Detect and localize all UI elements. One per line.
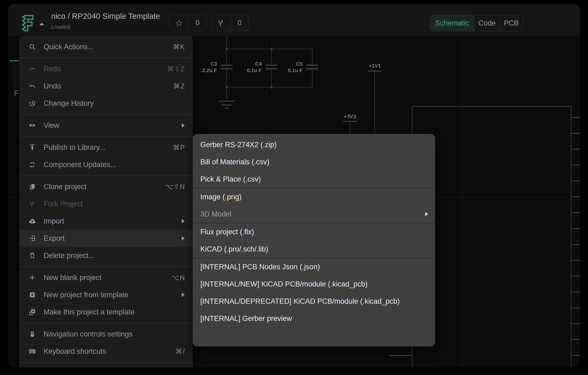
export-option-label: KiCAD (.pro/.sch/.lib) xyxy=(200,245,268,253)
fork-icon xyxy=(29,200,36,208)
menu-item-change-history[interactable]: Change History xyxy=(19,95,193,112)
left-panel-active-tab-underline xyxy=(10,60,19,61)
menu-divider xyxy=(19,175,193,176)
export-option-internal-gerber-preview[interactable]: [INTERNAL] Gerber preview xyxy=(193,310,435,327)
mouse-icon xyxy=(29,330,36,338)
menu-item-label: Import xyxy=(44,217,64,225)
component-pin[interactable] xyxy=(571,244,580,245)
submenu-arrow-icon xyxy=(182,236,185,240)
component-pin[interactable] xyxy=(571,355,580,356)
menu-item-component-updates[interactable]: Component Updates... xyxy=(19,156,193,173)
menu-divider xyxy=(19,362,193,363)
star-icon: ☆ xyxy=(175,17,183,28)
component-pin[interactable] xyxy=(571,196,580,197)
component-pin[interactable] xyxy=(571,339,580,340)
component-pin[interactable] xyxy=(571,276,580,277)
component-pin[interactable] xyxy=(571,165,580,165)
fork-button-group: 0 xyxy=(211,15,248,31)
menu-item-publish-to-library[interactable]: Publish to Library...⌘P xyxy=(19,139,193,156)
publish-icon xyxy=(29,144,36,151)
wire[interactable] xyxy=(226,87,313,87)
project-status: Loaded xyxy=(51,24,70,30)
component-pin[interactable] xyxy=(571,228,580,229)
export-option-image-png[interactable]: Image (.png) xyxy=(193,188,435,206)
import-icon xyxy=(29,217,36,225)
export-option-3d-model: 3D Model xyxy=(193,206,435,223)
component-pin[interactable] xyxy=(571,323,580,324)
export-option-gerber-rs-274x2-zip[interactable]: Gerber RS-274X2 (.zip) xyxy=(193,136,435,153)
flux-logo-menu-button[interactable] xyxy=(19,13,45,33)
export-option-internal-pcb-nodes-json-json[interactable]: [INTERNAL] PCB Nodes Json (.json) xyxy=(193,258,435,275)
menu-divider xyxy=(19,58,193,58)
component-pin[interactable] xyxy=(571,133,580,134)
redo-icon xyxy=(29,65,36,73)
component-pin[interactable] xyxy=(389,355,412,356)
menu-item-export[interactable]: Export xyxy=(19,230,193,247)
export-option-internal-deprecated-kicad-pcb-module-kicad-pcb[interactable]: [INTERNAL/DEPRECATED] KiCAD PCB/module (… xyxy=(193,293,435,310)
component-pin[interactable] xyxy=(571,212,580,213)
menu-item-delete-project[interactable]: Delete project... xyxy=(19,247,193,264)
component-pin[interactable] xyxy=(571,292,580,292)
menu-item-shortcut: ⌘⇧Z xyxy=(167,65,185,73)
tab-schematic[interactable]: Schematic xyxy=(430,15,474,31)
star-button-group: ☆ 0 xyxy=(169,15,206,31)
view-mode-tabs: Schematic Code PCB xyxy=(430,15,523,31)
left-panel-item xyxy=(13,65,20,88)
menu-item-view[interactable]: View xyxy=(19,117,193,134)
menu-item-label: Clone project xyxy=(44,183,86,191)
export-option-flux-project-flx[interactable]: Flux project (.flx) xyxy=(193,223,435,240)
menu-item-shortcut: ⌘P xyxy=(173,144,185,151)
menu-item-keyboard-shortcuts[interactable]: Keyboard shortcuts⌘/ xyxy=(19,343,193,360)
export-option-label: Bill of Materials (.csv) xyxy=(200,158,270,166)
export-option-bill-of-materials-csv[interactable]: Bill of Materials (.csv) xyxy=(193,153,435,171)
component-ref: C5 xyxy=(270,61,303,67)
tab-pcb[interactable]: PCB xyxy=(500,15,523,31)
export-option-kicad-pro-sch-lib[interactable]: KiCAD (.pro/.sch/.lib) xyxy=(193,240,435,258)
app-window: nico / RP2040 Simple Template Loaded ☆ 0… xyxy=(8,4,580,367)
menu-item-redo: Redo⌘⇧Z xyxy=(19,60,193,77)
export-option-label: 3D Model xyxy=(200,210,232,218)
menu-item-label: Publish to Library... xyxy=(44,143,105,152)
menu-divider xyxy=(19,266,193,267)
export-option-label: [INTERNAL] Gerber preview xyxy=(200,314,292,323)
star-button[interactable]: ☆ xyxy=(170,15,188,31)
menu-item-label: Make this project a template xyxy=(44,308,135,316)
tab-code[interactable]: Code xyxy=(474,15,500,31)
menu-item-undo[interactable]: Undo⌘Z xyxy=(19,77,193,95)
component-pin[interactable] xyxy=(571,181,580,181)
left-panel-partial-label: F xyxy=(14,89,19,97)
menu-item-label: Fork Project xyxy=(44,200,83,208)
menu-item-new-project-from-template[interactable]: New project from template xyxy=(19,286,193,303)
menu-item-shortcut: ⌘/ xyxy=(176,348,185,355)
top-bar: nico / RP2040 Simple Template Loaded ☆ 0… xyxy=(8,4,580,36)
component-pin[interactable] xyxy=(571,307,580,308)
wire[interactable] xyxy=(226,49,313,49)
component-pin[interactable] xyxy=(571,149,580,150)
project-title[interactable]: nico / RP2040 Simple Template xyxy=(51,12,160,21)
component-pin[interactable] xyxy=(571,260,580,261)
submenu-arrow-icon xyxy=(182,219,185,223)
template-icon xyxy=(29,308,36,316)
menu-item-import[interactable]: Import xyxy=(19,213,193,230)
wire[interactable] xyxy=(226,36,227,49)
component-outline[interactable] xyxy=(412,106,571,367)
export-option-pick-place-csv[interactable]: Pick & Place (.csv) xyxy=(193,171,435,188)
menu-divider xyxy=(19,136,193,137)
menu-item-clone-project[interactable]: Clone project⌥⇧N xyxy=(19,178,193,195)
star-count: 0 xyxy=(188,15,206,31)
menu-item-quick-actions[interactable]: Quick Actions...⌘K xyxy=(19,38,193,55)
menu-item-new-blank-project[interactable]: New blank project⌥N xyxy=(19,269,193,286)
export-option-internal-new-kicad-pcb-module-kicad-pcb[interactable]: [INTERNAL/NEW] KiCAD PCB/module (.kicad_… xyxy=(193,275,435,293)
menu-item-label: Change History xyxy=(44,99,94,108)
menu-item-label: Quick Actions... xyxy=(44,43,94,51)
menu-item-make-this-project-a-template[interactable]: Make this project a template xyxy=(19,303,193,321)
component-pin[interactable] xyxy=(571,117,580,118)
export-option-label: [INTERNAL/NEW] KiCAD PCB/module (.kicad_… xyxy=(200,280,368,288)
net-label: +3V3 xyxy=(344,114,356,119)
menu-divider xyxy=(19,323,193,323)
fork-count: 0 xyxy=(230,15,248,31)
history-icon xyxy=(29,100,36,107)
fork-button[interactable] xyxy=(212,15,230,31)
menu-item-label: New blank project xyxy=(44,274,102,282)
menu-item-navigation-controls-settings[interactable]: Navigation controls settings xyxy=(19,326,193,343)
